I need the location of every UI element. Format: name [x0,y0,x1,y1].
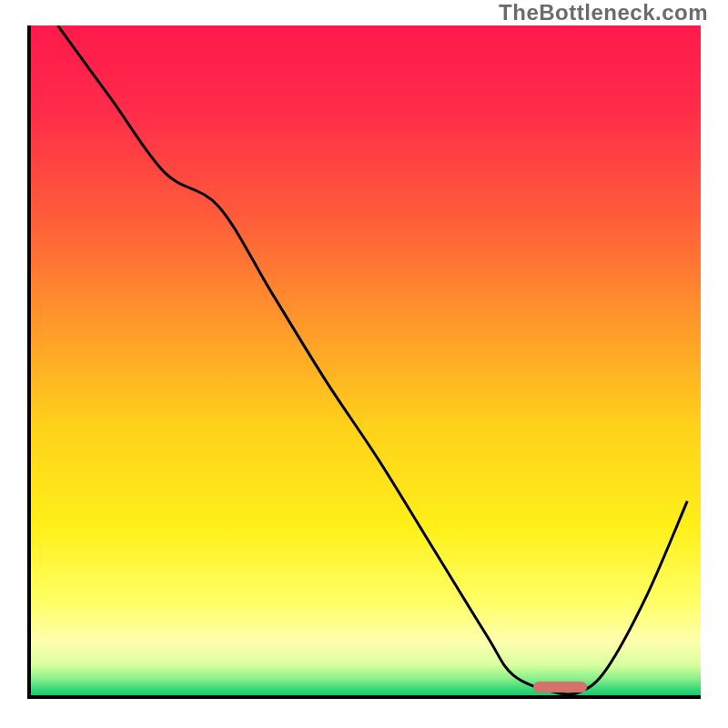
bottleneck-curve [31,25,701,695]
optimal-range-marker [533,682,587,693]
chart-container: TheBottleneck.com [0,0,728,728]
watermark-text: TheBottleneck.com [499,0,708,25]
plot-area [27,25,701,699]
